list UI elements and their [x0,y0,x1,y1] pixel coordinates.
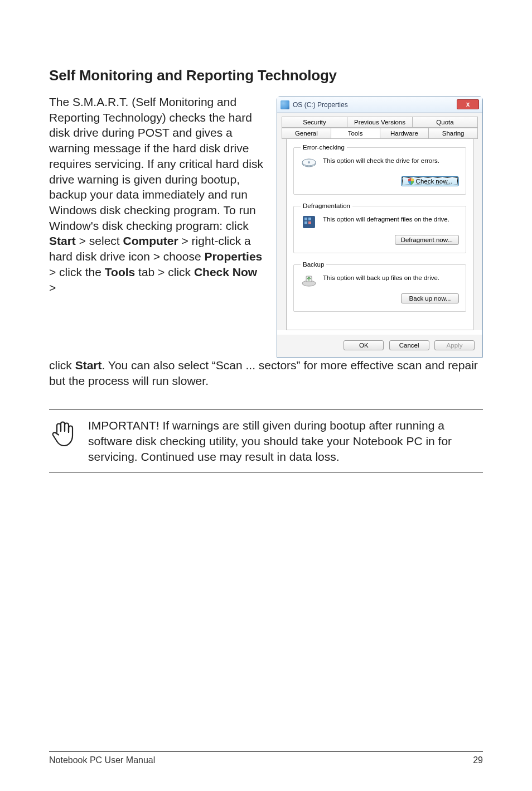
tab-security[interactable]: Security [282,117,347,128]
defrag-text: This option will defragment files on the… [323,215,449,223]
p-seg-computer: Computer [123,234,178,247]
body-paragraph-after: click Start. You can also select “Scan .… [49,358,483,388]
important-note-text: IMPORTANT! If warnings are still given d… [88,418,478,464]
tab-previous-versions[interactable]: Previous Versions [347,117,413,128]
ok-button[interactable]: OK [344,340,384,350]
backup-text: This option will back up files on the dr… [323,273,439,281]
section-heading: Self Monitoring and Reporting Technology [49,67,483,84]
tab-hardware[interactable]: Hardware [380,128,429,139]
drive-icon [280,100,289,109]
dialog-titlebar[interactable]: OS (C:) Properties x [277,97,482,113]
error-check-text: This option will check the drive for err… [323,156,439,164]
p-seg-tools: Tools [105,266,135,278]
p-seg-start: Start [49,234,76,247]
defrag-button-label: Defragment now... [401,237,453,243]
cancel-button[interactable]: Cancel [389,340,429,350]
group-defragmentation: Defragmentation This option will defragm… [293,202,466,253]
check-now-label: Check now... [416,178,453,185]
pa-seg-2: . You can also select “Scan ... sectors”… [49,359,478,387]
tab-quota[interactable]: Quota [412,117,478,128]
backup-button-label: Back up now... [409,295,451,302]
check-now-button[interactable]: Check now... [401,176,459,186]
backup-now-button[interactable]: Back up now... [401,293,459,303]
tabstrip: Security Previous Versions Quota General… [277,113,482,330]
svg-rect-7 [308,221,311,224]
tab-sharing[interactable]: Sharing [428,128,478,139]
hand-icon [49,418,77,464]
defrag-icon [301,215,317,229]
footer-page-number: 29 [473,755,483,765]
disk-check-icon [301,156,317,171]
p-seg-6: > click the [49,266,105,278]
pa-seg-0: click [49,359,75,372]
important-note: IMPORTANT! If warnings are still given d… [49,409,483,472]
defragment-now-button[interactable]: Defragment now... [395,235,459,245]
legend-defrag: Defragmentation [301,202,352,209]
shield-icon [408,178,414,185]
svg-rect-4 [304,218,307,220]
svg-rect-5 [308,218,311,220]
svg-rect-6 [304,221,307,224]
backup-icon [301,273,317,288]
pa-seg-start: Start [75,359,102,372]
p-seg-checknow: Check Now [194,266,257,278]
legend-error-checking: Error-checking [301,144,347,151]
p-seg-8: tab > click [135,266,194,278]
group-backup: Backup This option will back up files on… [293,261,466,312]
p-seg-2: > select [76,234,123,247]
p-seg-properties: Properties [204,250,262,263]
body-paragraph-left: The S.M.A.R.T. (Self Monitoring and Repo… [49,94,267,295]
tab-general[interactable]: General [282,128,331,139]
dialog-title: OS (C:) Properties [293,101,348,109]
footer-left: Notebook PC User Manual [49,755,155,765]
properties-dialog: OS (C:) Properties x Security Previous V… [277,97,483,358]
svg-point-2 [308,161,310,163]
group-error-checking: Error-checking This option will check th… [293,144,466,195]
legend-backup: Backup [301,261,326,268]
tab-panel-tools: Error-checking This option will check th… [286,138,473,330]
tab-tools[interactable]: Tools [331,128,380,139]
p-seg-0: The S.M.A.R.T. (Self Monitoring and Repo… [49,95,263,232]
page-footer: Notebook PC User Manual 29 [49,751,483,765]
apply-button[interactable]: Apply [434,340,475,350]
close-button[interactable]: x [457,99,479,109]
p-seg-10: > [49,281,56,294]
dialog-footer: OK Cancel Apply [277,335,482,357]
